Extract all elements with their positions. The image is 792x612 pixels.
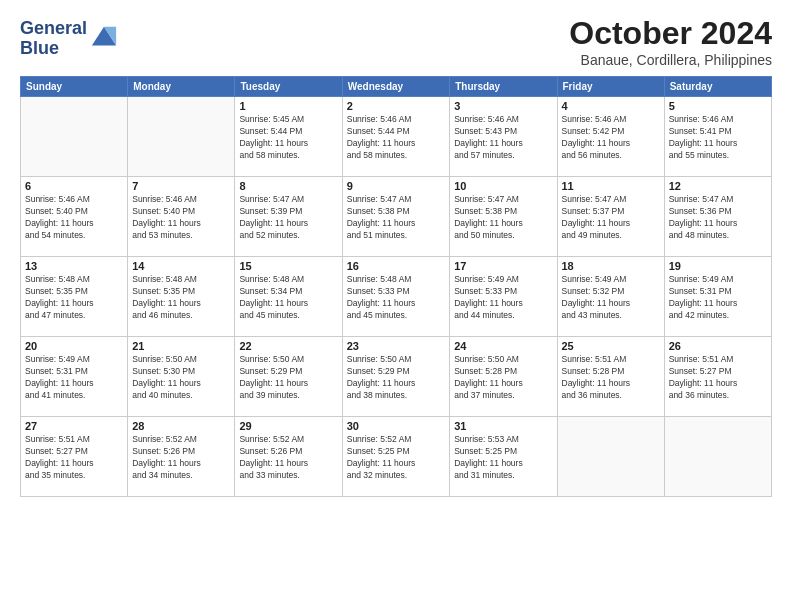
- day-number: 25: [562, 340, 660, 352]
- page: GeneralBlue October 2024 Banaue, Cordill…: [0, 0, 792, 612]
- day-number: 1: [239, 100, 337, 112]
- table-row: [21, 97, 128, 177]
- day-info: Sunrise: 5:50 AMSunset: 5:28 PMDaylight:…: [454, 354, 552, 402]
- day-info: Sunrise: 5:48 AMSunset: 5:35 PMDaylight:…: [132, 274, 230, 322]
- day-info: Sunrise: 5:50 AMSunset: 5:29 PMDaylight:…: [347, 354, 445, 402]
- day-number: 19: [669, 260, 767, 272]
- day-info: Sunrise: 5:48 AMSunset: 5:34 PMDaylight:…: [239, 274, 337, 322]
- day-number: 27: [25, 420, 123, 432]
- table-row: 8Sunrise: 5:47 AMSunset: 5:39 PMDaylight…: [235, 177, 342, 257]
- day-number: 11: [562, 180, 660, 192]
- day-number: 15: [239, 260, 337, 272]
- day-info: Sunrise: 5:47 AMSunset: 5:38 PMDaylight:…: [454, 194, 552, 242]
- day-number: 20: [25, 340, 123, 352]
- day-info: Sunrise: 5:49 AMSunset: 5:33 PMDaylight:…: [454, 274, 552, 322]
- table-row: 17Sunrise: 5:49 AMSunset: 5:33 PMDayligh…: [450, 257, 557, 337]
- col-thursday: Thursday: [450, 77, 557, 97]
- day-info: Sunrise: 5:51 AMSunset: 5:27 PMDaylight:…: [25, 434, 123, 482]
- table-row: 22Sunrise: 5:50 AMSunset: 5:29 PMDayligh…: [235, 337, 342, 417]
- calendar-week-row: 27Sunrise: 5:51 AMSunset: 5:27 PMDayligh…: [21, 417, 772, 497]
- table-row: 18Sunrise: 5:49 AMSunset: 5:32 PMDayligh…: [557, 257, 664, 337]
- table-row: 25Sunrise: 5:51 AMSunset: 5:28 PMDayligh…: [557, 337, 664, 417]
- day-number: 23: [347, 340, 445, 352]
- day-number: 10: [454, 180, 552, 192]
- table-row: 19Sunrise: 5:49 AMSunset: 5:31 PMDayligh…: [664, 257, 771, 337]
- day-info: Sunrise: 5:46 AMSunset: 5:42 PMDaylight:…: [562, 114, 660, 162]
- table-row: 24Sunrise: 5:50 AMSunset: 5:28 PMDayligh…: [450, 337, 557, 417]
- table-row: 16Sunrise: 5:48 AMSunset: 5:33 PMDayligh…: [342, 257, 449, 337]
- col-saturday: Saturday: [664, 77, 771, 97]
- calendar-week-row: 6Sunrise: 5:46 AMSunset: 5:40 PMDaylight…: [21, 177, 772, 257]
- day-number: 29: [239, 420, 337, 432]
- table-row: 23Sunrise: 5:50 AMSunset: 5:29 PMDayligh…: [342, 337, 449, 417]
- day-number: 31: [454, 420, 552, 432]
- table-row: 4Sunrise: 5:46 AMSunset: 5:42 PMDaylight…: [557, 97, 664, 177]
- table-row: 9Sunrise: 5:47 AMSunset: 5:38 PMDaylight…: [342, 177, 449, 257]
- day-info: Sunrise: 5:47 AMSunset: 5:36 PMDaylight:…: [669, 194, 767, 242]
- table-row: 5Sunrise: 5:46 AMSunset: 5:41 PMDaylight…: [664, 97, 771, 177]
- day-info: Sunrise: 5:50 AMSunset: 5:29 PMDaylight:…: [239, 354, 337, 402]
- table-row: 1Sunrise: 5:45 AMSunset: 5:44 PMDaylight…: [235, 97, 342, 177]
- day-info: Sunrise: 5:49 AMSunset: 5:32 PMDaylight:…: [562, 274, 660, 322]
- day-info: Sunrise: 5:50 AMSunset: 5:30 PMDaylight:…: [132, 354, 230, 402]
- calendar-week-row: 20Sunrise: 5:49 AMSunset: 5:31 PMDayligh…: [21, 337, 772, 417]
- day-info: Sunrise: 5:52 AMSunset: 5:25 PMDaylight:…: [347, 434, 445, 482]
- day-info: Sunrise: 5:46 AMSunset: 5:40 PMDaylight:…: [25, 194, 123, 242]
- col-tuesday: Tuesday: [235, 77, 342, 97]
- table-row: 28Sunrise: 5:52 AMSunset: 5:26 PMDayligh…: [128, 417, 235, 497]
- day-number: 21: [132, 340, 230, 352]
- table-row: 7Sunrise: 5:46 AMSunset: 5:40 PMDaylight…: [128, 177, 235, 257]
- day-number: 7: [132, 180, 230, 192]
- day-number: 18: [562, 260, 660, 272]
- calendar-week-row: 1Sunrise: 5:45 AMSunset: 5:44 PMDaylight…: [21, 97, 772, 177]
- day-info: Sunrise: 5:53 AMSunset: 5:25 PMDaylight:…: [454, 434, 552, 482]
- table-row: 2Sunrise: 5:46 AMSunset: 5:44 PMDaylight…: [342, 97, 449, 177]
- table-row: 14Sunrise: 5:48 AMSunset: 5:35 PMDayligh…: [128, 257, 235, 337]
- table-row: 10Sunrise: 5:47 AMSunset: 5:38 PMDayligh…: [450, 177, 557, 257]
- table-row: [664, 417, 771, 497]
- table-row: 11Sunrise: 5:47 AMSunset: 5:37 PMDayligh…: [557, 177, 664, 257]
- calendar-week-row: 13Sunrise: 5:48 AMSunset: 5:35 PMDayligh…: [21, 257, 772, 337]
- day-info: Sunrise: 5:52 AMSunset: 5:26 PMDaylight:…: [239, 434, 337, 482]
- day-number: 12: [669, 180, 767, 192]
- title-block: October 2024 Banaue, Cordillera, Philipp…: [569, 15, 772, 68]
- day-info: Sunrise: 5:51 AMSunset: 5:27 PMDaylight:…: [669, 354, 767, 402]
- table-row: [128, 97, 235, 177]
- table-row: [557, 417, 664, 497]
- day-info: Sunrise: 5:49 AMSunset: 5:31 PMDaylight:…: [669, 274, 767, 322]
- table-row: 3Sunrise: 5:46 AMSunset: 5:43 PMDaylight…: [450, 97, 557, 177]
- logo: GeneralBlue: [20, 19, 118, 59]
- logo-text: GeneralBlue: [20, 19, 87, 59]
- col-sunday: Sunday: [21, 77, 128, 97]
- day-number: 4: [562, 100, 660, 112]
- table-row: 27Sunrise: 5:51 AMSunset: 5:27 PMDayligh…: [21, 417, 128, 497]
- day-number: 24: [454, 340, 552, 352]
- table-row: 6Sunrise: 5:46 AMSunset: 5:40 PMDaylight…: [21, 177, 128, 257]
- day-number: 3: [454, 100, 552, 112]
- day-info: Sunrise: 5:51 AMSunset: 5:28 PMDaylight:…: [562, 354, 660, 402]
- day-info: Sunrise: 5:46 AMSunset: 5:43 PMDaylight:…: [454, 114, 552, 162]
- day-info: Sunrise: 5:47 AMSunset: 5:38 PMDaylight:…: [347, 194, 445, 242]
- day-info: Sunrise: 5:46 AMSunset: 5:40 PMDaylight:…: [132, 194, 230, 242]
- day-info: Sunrise: 5:47 AMSunset: 5:39 PMDaylight:…: [239, 194, 337, 242]
- table-row: 15Sunrise: 5:48 AMSunset: 5:34 PMDayligh…: [235, 257, 342, 337]
- col-friday: Friday: [557, 77, 664, 97]
- day-number: 14: [132, 260, 230, 272]
- day-info: Sunrise: 5:52 AMSunset: 5:26 PMDaylight:…: [132, 434, 230, 482]
- day-info: Sunrise: 5:48 AMSunset: 5:35 PMDaylight:…: [25, 274, 123, 322]
- day-number: 5: [669, 100, 767, 112]
- day-info: Sunrise: 5:45 AMSunset: 5:44 PMDaylight:…: [239, 114, 337, 162]
- month-title: October 2024: [569, 15, 772, 52]
- table-row: 13Sunrise: 5:48 AMSunset: 5:35 PMDayligh…: [21, 257, 128, 337]
- table-row: 29Sunrise: 5:52 AMSunset: 5:26 PMDayligh…: [235, 417, 342, 497]
- calendar-table: Sunday Monday Tuesday Wednesday Thursday…: [20, 76, 772, 497]
- table-row: 20Sunrise: 5:49 AMSunset: 5:31 PMDayligh…: [21, 337, 128, 417]
- day-number: 28: [132, 420, 230, 432]
- day-number: 9: [347, 180, 445, 192]
- day-info: Sunrise: 5:46 AMSunset: 5:44 PMDaylight:…: [347, 114, 445, 162]
- day-info: Sunrise: 5:46 AMSunset: 5:41 PMDaylight:…: [669, 114, 767, 162]
- day-info: Sunrise: 5:49 AMSunset: 5:31 PMDaylight:…: [25, 354, 123, 402]
- day-number: 17: [454, 260, 552, 272]
- table-row: 12Sunrise: 5:47 AMSunset: 5:36 PMDayligh…: [664, 177, 771, 257]
- day-number: 30: [347, 420, 445, 432]
